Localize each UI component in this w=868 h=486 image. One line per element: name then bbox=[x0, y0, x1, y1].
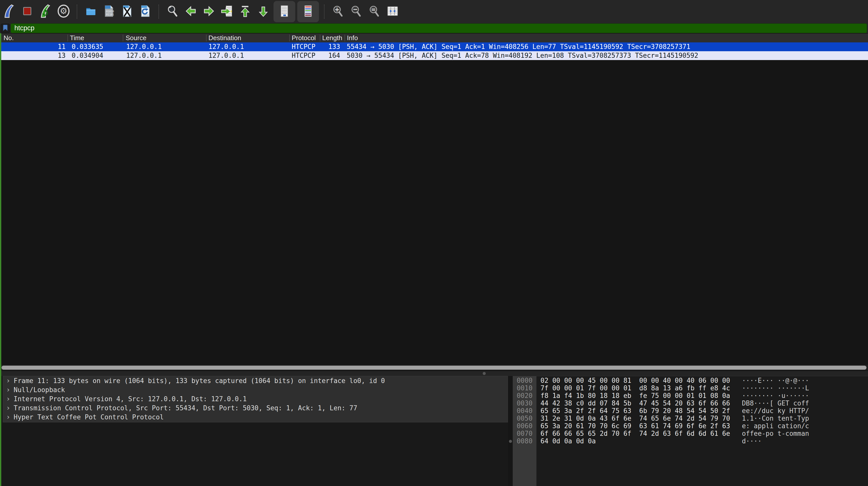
hex-row[interactable]: 0000 02 00 00 00 45 00 00 81 00 00 40 00… bbox=[513, 377, 868, 384]
splitter-handle-dot bbox=[483, 372, 486, 375]
magnifier-icon bbox=[166, 4, 179, 19]
packet-list-horizontal-scrollbar[interactable] bbox=[0, 365, 868, 370]
packet-list-header: No. Time Source Destination Protocol Len… bbox=[0, 33, 868, 43]
detail-text: Internet Protocol Version 4, Src: 127.0.… bbox=[13, 395, 247, 403]
hex-row[interactable]: 0050 31 2e 31 0d 0a 43 6f 6e 74 65 6e 74… bbox=[513, 415, 868, 422]
scrollbar-handle[interactable] bbox=[1, 366, 867, 370]
hex-ascii: ········ ·······L bbox=[742, 384, 809, 392]
hex-bytes: 02 00 00 00 45 00 00 81 00 00 40 00 40 0… bbox=[540, 377, 730, 384]
hex-row[interactable]: 0010 7f 00 00 01 7f 00 00 01 d8 8a 13 a6… bbox=[513, 384, 868, 392]
colorize-toggle-button[interactable] bbox=[297, 1, 319, 22]
hex-row[interactable]: 0040 65 65 3a 2f 2f 64 75 63 6b 79 20 48… bbox=[513, 407, 868, 415]
green-arrow-down-icon bbox=[257, 5, 270, 19]
packet-row-13[interactable]: 13 0.034904 127.0.0.1 127.0.0.1 HTCPCP 1… bbox=[0, 51, 868, 60]
find-packet-button[interactable] bbox=[163, 1, 182, 22]
go-to-last-packet-button[interactable] bbox=[254, 1, 273, 22]
hex-ascii: ········ ·u······ bbox=[742, 392, 809, 399]
display-filter-bar bbox=[0, 23, 868, 33]
folder-icon bbox=[84, 5, 97, 18]
go-to-first-packet-button[interactable] bbox=[236, 1, 254, 22]
cell-destination: 127.0.0.1 bbox=[209, 42, 244, 51]
hex-ascii: ee://duc ky HTTP/ bbox=[742, 407, 809, 415]
start-capture-button[interactable] bbox=[0, 1, 18, 22]
column-separator[interactable] bbox=[345, 35, 345, 41]
hex-bytes: f8 1a f4 1b 80 18 18 eb fe 75 00 00 01 0… bbox=[540, 392, 730, 399]
stop-capture-button[interactable] bbox=[18, 1, 36, 22]
hex-bytes: 7f 00 00 01 7f 00 00 01 d8 8a 13 a6 fb f… bbox=[540, 384, 730, 392]
go-back-button[interactable] bbox=[182, 1, 200, 22]
hex-offset: 0070 bbox=[513, 430, 536, 437]
column-header-info[interactable]: Info bbox=[347, 34, 448, 42]
column-header-source[interactable]: Source bbox=[126, 34, 202, 42]
column-header-length[interactable]: Length bbox=[322, 34, 344, 42]
vertical-pane-splitter[interactable] bbox=[508, 376, 513, 486]
cell-no: 11 bbox=[0, 42, 66, 51]
columns-resize-icon bbox=[386, 5, 399, 19]
detail-text: Transmission Control Protocol, Src Port:… bbox=[13, 404, 357, 412]
detail-row-ipv4[interactable]: › Internet Protocol Version 4, Src: 127.… bbox=[3, 394, 508, 403]
hex-row[interactable]: 0070 6f 66 66 65 65 2d 70 6f 74 2d 63 6f… bbox=[513, 430, 868, 437]
cell-time: 0.033635 bbox=[72, 42, 103, 51]
main-toolbar: ⚙ 01010 01101 bbox=[0, 0, 868, 23]
detail-row-null-loopback[interactable]: › Null/Loopback bbox=[3, 385, 508, 394]
hex-row[interactable]: 0080 64 0d 0a 0d 0a d···· bbox=[513, 437, 868, 445]
chevron-right-icon: › bbox=[6, 385, 12, 394]
hex-ascii: ····E··· ··@·@··· bbox=[742, 377, 809, 384]
packet-details-tree: › Frame 11: 133 bytes on wire (1064 bits… bbox=[3, 376, 508, 422]
open-capture-file-button[interactable] bbox=[82, 1, 100, 22]
window-edge-accent bbox=[0, 33, 1, 486]
zoom-reset-button[interactable]: = bbox=[365, 1, 383, 22]
column-header-time[interactable]: Time bbox=[70, 34, 120, 42]
hex-bytes: 65 3a 20 61 70 70 6c 69 63 61 74 69 6f 6… bbox=[540, 422, 730, 430]
hex-ascii: e: appli cation/c bbox=[742, 422, 809, 430]
column-header-no[interactable]: No. bbox=[3, 34, 64, 42]
packet-list-viewport bbox=[0, 60, 868, 365]
cell-info: 5030 → 55434 [PSH, ACK] Seq=1 Ack=78 Win… bbox=[347, 51, 698, 60]
document-colored-lines-icon bbox=[302, 4, 314, 19]
auto-scroll-toggle-button[interactable] bbox=[274, 1, 295, 22]
hex-offset: 0040 bbox=[513, 407, 536, 415]
close-capture-file-button[interactable] bbox=[118, 1, 136, 22]
green-arrow-right-icon bbox=[203, 5, 215, 18]
green-arrow-into-document-icon bbox=[221, 5, 234, 19]
hex-bytes: 64 0d 0a 0d 0a bbox=[540, 437, 730, 445]
column-separator[interactable] bbox=[206, 35, 207, 41]
column-header-protocol[interactable]: Protocol bbox=[292, 34, 318, 42]
detail-text: Hyper Text Coffee Pot Control Protocol bbox=[13, 413, 164, 421]
hex-row[interactable]: 0020 f8 1a f4 1b 80 18 18 eb fe 75 00 00… bbox=[513, 392, 868, 399]
save-capture-file-button[interactable]: 01010 01101 bbox=[100, 1, 118, 22]
column-header-destination[interactable]: Destination bbox=[209, 34, 284, 42]
column-separator[interactable] bbox=[289, 35, 290, 41]
capture-options-button[interactable]: ⚙ bbox=[55, 1, 73, 22]
go-forward-button[interactable] bbox=[200, 1, 218, 22]
zoom-in-button[interactable]: + bbox=[329, 1, 347, 22]
zoom-out-button[interactable]: − bbox=[347, 1, 365, 22]
hex-row[interactable]: 0030 44 42 38 c0 dd 07 84 5b 47 45 54 20… bbox=[513, 399, 868, 407]
resize-columns-button[interactable] bbox=[383, 1, 402, 22]
go-to-packet-button[interactable] bbox=[218, 1, 236, 22]
hex-bytes: 44 42 38 c0 dd 07 84 5b 47 45 54 20 63 6… bbox=[540, 399, 730, 407]
hex-offset: 0050 bbox=[513, 415, 536, 422]
magnifier-equal-icon: = bbox=[368, 4, 381, 19]
document-reload-icon: 1010 bbox=[139, 5, 152, 19]
hex-ascii: offee-po t-comman bbox=[742, 430, 809, 437]
document-autoscroll-icon bbox=[278, 4, 291, 19]
hex-row[interactable]: 0060 65 3a 20 61 70 70 6c 69 63 61 74 69… bbox=[513, 422, 868, 430]
display-filter-input[interactable] bbox=[10, 24, 867, 33]
detail-row-tcp[interactable]: › Transmission Control Protocol, Src Por… bbox=[3, 403, 508, 413]
reload-capture-file-button[interactable]: 1010 bbox=[136, 1, 154, 22]
wireshark-fin-green-icon bbox=[39, 4, 52, 19]
packet-details-pane: › Frame 11: 133 bytes on wire (1064 bits… bbox=[0, 376, 508, 486]
toolbar-separator bbox=[158, 4, 159, 19]
detail-row-frame[interactable]: › Frame 11: 133 bytes on wire (1064 bits… bbox=[3, 376, 508, 385]
detail-row-htcpcp[interactable]: › Hyper Text Coffee Pot Control Protocol bbox=[3, 413, 508, 422]
restart-capture-button[interactable] bbox=[36, 1, 55, 22]
filter-bookmark-button[interactable] bbox=[1, 24, 10, 33]
packet-row-11[interactable]: 11 0.033635 127.0.0.1 127.0.0.1 HTCPCP 1… bbox=[0, 42, 868, 51]
cell-no: 13 bbox=[0, 51, 66, 60]
svg-text:⚙: ⚙ bbox=[60, 6, 67, 16]
svg-text:+: + bbox=[335, 6, 340, 13]
svg-text:=: = bbox=[371, 6, 376, 12]
magnifier-minus-icon: − bbox=[350, 4, 363, 19]
horizontal-pane-splitter[interactable] bbox=[0, 370, 868, 376]
